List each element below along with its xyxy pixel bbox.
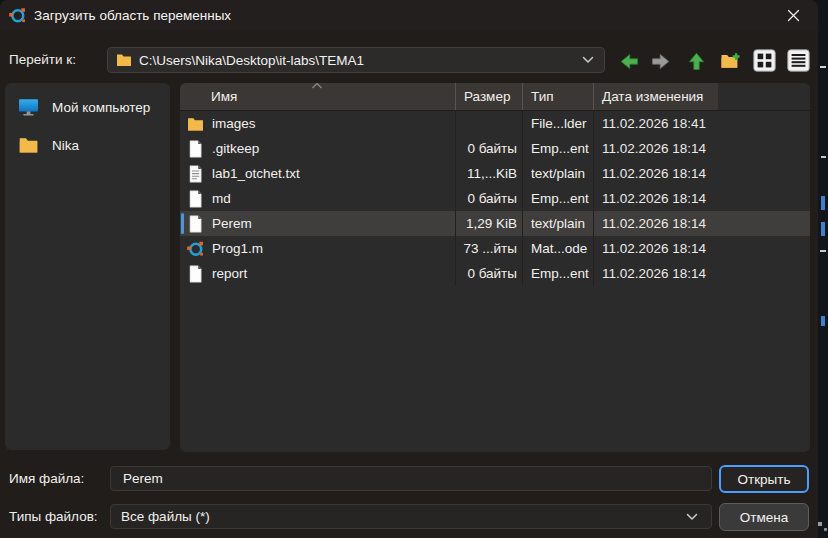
- current-path: C:\Users\Nika\Desktop\it-labs\ТЕМА1: [139, 53, 581, 68]
- goto-label: Перейти к:: [9, 52, 76, 67]
- octave-icon: [187, 240, 204, 258]
- file-size: 73 ...йты: [455, 236, 522, 261]
- close-icon: [787, 9, 800, 22]
- up-arrow-icon: [687, 52, 706, 71]
- cancel-button[interactable]: Отмена: [719, 503, 809, 531]
- sort-ascending-icon: [311, 83, 323, 89]
- file-row-selected[interactable]: Perem 1,29 KiB text/plain 11.02.2026 18:…: [180, 211, 810, 236]
- file-row[interactable]: lab1_otchet.txt 11,...KiB text/plain 11.…: [180, 161, 810, 186]
- file-icon: [187, 140, 204, 158]
- file-type: Emp...ent: [522, 261, 593, 286]
- title-bar: Загрузить область переменных: [0, 0, 818, 30]
- file-icon: [187, 190, 204, 208]
- file-row[interactable]: report 0 байты Emp...ent 11.02.2026 18:1…: [180, 261, 810, 286]
- chevron-down-icon: [581, 53, 595, 67]
- file-icon: [187, 215, 204, 233]
- file-type: File...lder: [522, 111, 593, 136]
- icon-view-button[interactable]: [752, 48, 776, 72]
- grid-view-icon: [753, 49, 776, 72]
- file-type: text/plain: [522, 161, 593, 186]
- file-list-panel: Имя Размер Тип Дата изменения images Fil…: [180, 83, 810, 452]
- sidebar-item-computer[interactable]: Мой компьютер: [5, 91, 170, 123]
- sidebar-item-label: Nika: [52, 138, 79, 153]
- back-button[interactable]: [617, 49, 641, 73]
- file-type: text/plain: [522, 211, 593, 236]
- path-combobox[interactable]: C:\Users\Nika\Desktop\it-labs\ТЕМА1: [107, 47, 605, 73]
- open-file-dialog: Загрузить область переменных Перейти к: …: [0, 0, 818, 538]
- column-header-modified[interactable]: Дата изменения: [593, 83, 718, 110]
- list-view-icon: [787, 49, 810, 72]
- column-header-type[interactable]: Тип: [522, 83, 593, 110]
- close-button[interactable]: [772, 0, 814, 30]
- file-name: Prog1.m: [212, 241, 263, 256]
- filename-label: Имя файла:: [9, 471, 84, 486]
- file-row[interactable]: md 0 байты Emp...ent 11.02.2026 18:14: [180, 186, 810, 211]
- file-row[interactable]: .gitkeep 0 байты Emp...ent 11.02.2026 18…: [180, 136, 810, 161]
- file-type: Emp...ent: [522, 136, 593, 161]
- file-list-header: Имя Размер Тип Дата изменения: [180, 83, 810, 111]
- new-folder-button[interactable]: [718, 49, 742, 73]
- list-view-button[interactable]: [786, 48, 810, 72]
- new-folder-icon: [720, 52, 741, 70]
- file-type: Mat...ode: [522, 236, 593, 261]
- column-header-size[interactable]: Размер: [455, 83, 522, 110]
- text-file-icon: [187, 165, 204, 183]
- file-modified: 11.02.2026 18:14: [593, 236, 718, 261]
- chevron-down-icon: [685, 510, 699, 524]
- file-name: images: [212, 116, 256, 131]
- computer-icon: [18, 97, 39, 117]
- file-modified: 11.02.2026 18:14: [593, 161, 718, 186]
- folder-icon: [116, 52, 132, 68]
- file-modified: 11.02.2026 18:41: [593, 111, 718, 136]
- places-sidebar: Мой компьютер Nika: [5, 83, 170, 450]
- file-row[interactable]: Prog1.m 73 ...йты Mat...ode 11.02.2026 1…: [180, 236, 810, 261]
- file-name: md: [212, 191, 231, 206]
- back-arrow-icon: [620, 52, 639, 71]
- file-name: report: [212, 266, 247, 281]
- file-name: lab1_otchet.txt: [212, 166, 300, 181]
- file-size: 0 байты: [455, 186, 522, 211]
- filetype-value: Все файлы (*): [121, 509, 685, 524]
- file-size: [455, 111, 522, 136]
- file-modified: 11.02.2026 18:14: [593, 261, 718, 286]
- filename-input[interactable]: [110, 466, 712, 491]
- file-icon: [187, 265, 204, 283]
- file-modified: 11.02.2026 18:14: [593, 211, 718, 236]
- file-size: 11,...KiB: [455, 161, 522, 186]
- file-modified: 11.02.2026 18:14: [593, 186, 718, 211]
- forward-button[interactable]: [648, 49, 672, 73]
- file-size: 0 байты: [455, 261, 522, 286]
- file-row[interactable]: images File...lder 11.02.2026 18:41: [180, 111, 810, 136]
- file-name: .gitkeep: [212, 141, 259, 156]
- forward-arrow-icon: [651, 52, 670, 71]
- column-header-filler: [718, 83, 810, 110]
- file-size: 0 байты: [455, 136, 522, 161]
- octave-app-icon: [9, 7, 26, 24]
- file-modified: 11.02.2026 18:14: [593, 136, 718, 161]
- filetype-combobox[interactable]: Все файлы (*): [110, 504, 712, 529]
- sidebar-item-label: Мой компьютер: [52, 100, 150, 115]
- folder-icon: [18, 135, 39, 155]
- file-size: 1,29 KiB: [455, 211, 522, 236]
- folder-icon: [187, 115, 204, 133]
- background-app-strip: [818, 0, 828, 538]
- open-button[interactable]: Открыть: [719, 465, 809, 493]
- up-directory-button[interactable]: [684, 49, 708, 73]
- file-type: Emp...ent: [522, 186, 593, 211]
- dialog-title: Загрузить область переменных: [34, 8, 231, 23]
- filetype-label: Типы файлов:: [9, 509, 98, 524]
- file-name: Perem: [212, 216, 252, 231]
- sidebar-item-home[interactable]: Nika: [5, 129, 170, 161]
